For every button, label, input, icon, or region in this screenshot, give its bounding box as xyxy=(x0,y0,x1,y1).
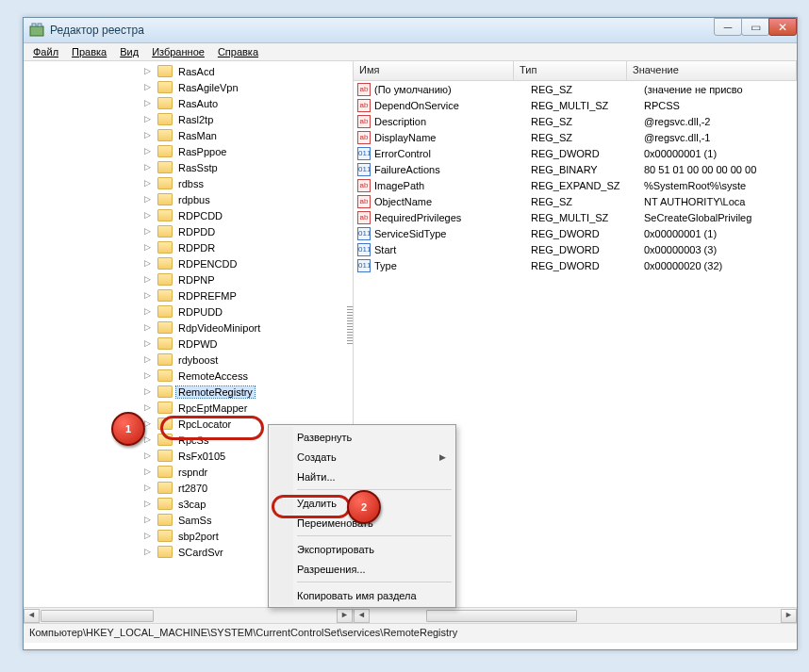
ctx-copy-key[interactable]: Копировать имя раздела xyxy=(271,585,454,605)
tree-item-rdpcdd[interactable]: ▷RDPCDD xyxy=(157,207,353,223)
statusbar: Компьютер\HKEY_LOCAL_MACHINE\SYSTEM\Curr… xyxy=(24,623,797,643)
value-row[interactable]: ab(По умолчанию)REG_SZ(значение не присв… xyxy=(354,81,797,97)
scroll-right-icon[interactable]: ► xyxy=(781,609,797,623)
close-button[interactable]: ✕ xyxy=(768,18,797,36)
expand-icon[interactable]: ▷ xyxy=(144,339,153,348)
tree-item-rasman[interactable]: ▷RasMan xyxy=(157,127,353,143)
tree-item-rasauto[interactable]: ▷RasAuto xyxy=(157,95,353,111)
expand-icon[interactable]: ▷ xyxy=(144,243,153,252)
col-name[interactable]: Имя xyxy=(354,61,514,80)
expand-icon[interactable]: ▷ xyxy=(144,275,153,284)
col-value[interactable]: Значение xyxy=(627,61,797,80)
binary-value-icon: 011 xyxy=(357,243,371,256)
expand-icon[interactable]: ▷ xyxy=(144,83,153,91)
expand-icon[interactable]: ▷ xyxy=(144,163,153,172)
expand-icon[interactable]: ▷ xyxy=(144,419,153,428)
tree-item-rdbss[interactable]: ▷rdbss xyxy=(157,175,353,191)
tree-item-rdprefmp[interactable]: ▷RDPREFMP xyxy=(157,287,353,303)
value-row[interactable]: abObjectNameREG_SZNT AUTHORITY\Loca xyxy=(354,193,797,209)
expand-icon[interactable]: ▷ xyxy=(144,67,153,75)
tree-item-rasagilevpn[interactable]: ▷RasAgileVpn xyxy=(157,79,353,95)
value-row[interactable]: abDependOnServiceREG_MULTI_SZRPCSS xyxy=(354,97,797,113)
expand-icon[interactable]: ▷ xyxy=(144,99,153,107)
expand-icon[interactable]: ▷ xyxy=(144,131,153,139)
scroll-right-icon[interactable]: ► xyxy=(337,609,353,623)
tree-item-label: RDPDR xyxy=(176,242,217,254)
menu-favorites[interactable]: Избранное xyxy=(146,44,210,59)
tree-hscroll[interactable]: ◄ ► xyxy=(24,607,353,623)
ctx-permissions[interactable]: Разрешения... xyxy=(271,559,454,579)
tree-item-rdyboost[interactable]: ▷rdyboost xyxy=(157,352,353,368)
ctx-find[interactable]: Найти... xyxy=(271,467,454,486)
expand-icon[interactable]: ▷ xyxy=(144,371,153,380)
scroll-left-icon[interactable]: ◄ xyxy=(354,609,370,623)
expand-icon[interactable]: ▷ xyxy=(144,195,153,204)
tree-item-rassstp[interactable]: ▷RasSstp xyxy=(157,159,353,175)
values-list[interactable]: ab(По умолчанию)REG_SZ(значение не присв… xyxy=(354,81,797,273)
expand-icon[interactable]: ▷ xyxy=(144,500,153,508)
expand-icon[interactable]: ▷ xyxy=(144,179,153,188)
tree-item-label: Rasl2tp xyxy=(176,114,215,125)
expand-icon[interactable]: ▷ xyxy=(144,451,153,460)
submenu-arrow-icon: ▶ xyxy=(439,452,446,462)
value-row[interactable]: abDescriptionREG_SZ@regsvc.dll,-2 xyxy=(354,113,797,129)
expand-icon[interactable]: ▷ xyxy=(144,307,153,316)
expand-icon[interactable]: ▷ xyxy=(144,259,153,268)
tree-item-raspppoe[interactable]: ▷RasPppoe xyxy=(157,143,353,159)
expand-icon[interactable]: ▷ xyxy=(144,387,153,396)
tree-item-rdpvideominiport[interactable]: ▷RdpVideoMiniport xyxy=(157,320,353,336)
value-row[interactable]: 011ServiceSidTypeREG_DWORD0x00000001 (1) xyxy=(354,225,797,241)
value-row[interactable]: abRequiredPrivilegesREG_MULTI_SZSeCreate… xyxy=(354,209,797,225)
menu-file[interactable]: Файл xyxy=(27,44,64,59)
expand-icon[interactable]: ▷ xyxy=(144,516,153,524)
folder-icon xyxy=(157,257,173,270)
string-value-icon: ab xyxy=(357,179,371,192)
expand-icon[interactable]: ▷ xyxy=(144,355,153,364)
value-row[interactable]: 011ErrorControlREG_DWORD0x00000001 (1) xyxy=(354,145,797,161)
tree-item-rasacd[interactable]: ▷RasAcd xyxy=(157,63,353,79)
value-row[interactable]: 011FailureActionsREG_BINARY80 51 01 00 0… xyxy=(354,161,797,177)
expand-icon[interactable]: ▷ xyxy=(144,211,153,220)
tree-item-rdpencdd[interactable]: ▷RDPENCDD xyxy=(157,255,353,271)
ctx-new[interactable]: Создать▶ xyxy=(271,447,454,467)
tree-item-rpceptmapper[interactable]: ▷RpcEptMapper xyxy=(157,400,353,416)
tree-item-remoteregistry[interactable]: ▷RemoteRegistry xyxy=(157,384,353,400)
svg-rect-1 xyxy=(32,24,36,26)
tree-item-rdpdr[interactable]: ▷RDPDR xyxy=(157,239,353,255)
expand-icon[interactable]: ▷ xyxy=(144,467,153,476)
list-hscroll[interactable]: ◄ ► xyxy=(354,607,797,623)
expand-icon[interactable]: ▷ xyxy=(144,323,153,332)
col-type[interactable]: Тип xyxy=(514,61,627,80)
tree-item-rdpdd[interactable]: ▷RDPDD xyxy=(157,223,353,239)
tree-item-rdpudd[interactable]: ▷RDPUDD xyxy=(157,303,353,320)
tree-item-label: rspndr xyxy=(176,467,209,478)
value-row[interactable]: abDisplayNameREG_SZ@regsvc.dll,-1 xyxy=(354,129,797,145)
splitter[interactable] xyxy=(347,306,353,344)
minimize-button[interactable]: ─ xyxy=(714,18,742,36)
expand-icon[interactable]: ▷ xyxy=(144,115,153,123)
ctx-export[interactable]: Экспортировать xyxy=(271,539,454,559)
tree-item-rdpwd[interactable]: ▷RDPWD xyxy=(157,336,353,352)
tree-item-rasl2tp[interactable]: ▷Rasl2tp xyxy=(157,111,353,127)
expand-icon[interactable]: ▷ xyxy=(144,548,153,556)
value-row[interactable]: 011TypeREG_DWORD0x00000020 (32) xyxy=(354,257,797,273)
menu-help[interactable]: Справка xyxy=(212,44,264,59)
menu-edit[interactable]: Правка xyxy=(66,44,112,59)
maximize-button[interactable]: ▭ xyxy=(741,18,769,36)
tree-item-rdpnp[interactable]: ▷RDPNP xyxy=(157,271,353,287)
tree-item-rdpbus[interactable]: ▷rdpbus xyxy=(157,191,353,207)
expand-icon[interactable]: ▷ xyxy=(144,435,153,444)
expand-icon[interactable]: ▷ xyxy=(144,227,153,236)
expand-icon[interactable]: ▷ xyxy=(144,532,153,540)
menu-view[interactable]: Вид xyxy=(114,44,144,59)
scroll-left-icon[interactable]: ◄ xyxy=(24,609,40,623)
expand-icon[interactable]: ▷ xyxy=(144,291,153,300)
expand-icon[interactable]: ▷ xyxy=(144,147,153,156)
ctx-expand[interactable]: Развернуть xyxy=(271,427,454,447)
value-type: REG_SZ xyxy=(531,84,644,95)
tree-item-remoteaccess[interactable]: ▷RemoteAccess xyxy=(157,368,353,384)
value-row[interactable]: abImagePathREG_EXPAND_SZ%SystemRoot%\sys… xyxy=(354,177,797,193)
expand-icon[interactable]: ▷ xyxy=(144,484,153,492)
expand-icon[interactable]: ▷ xyxy=(144,403,153,412)
value-row[interactable]: 011StartREG_DWORD0x00000003 (3) xyxy=(354,241,797,257)
